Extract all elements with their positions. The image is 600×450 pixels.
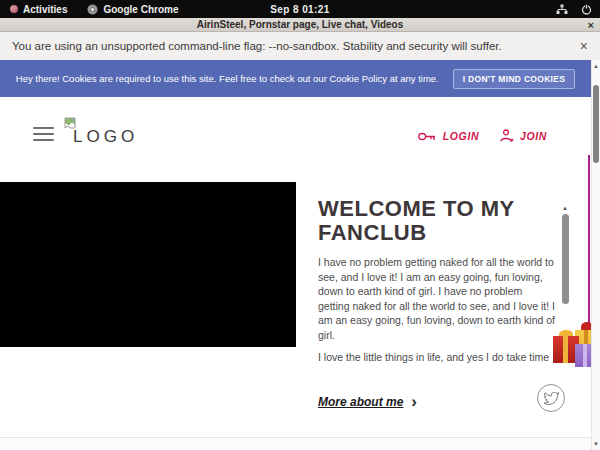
- sandbox-warning-infobar: You are using an unsupported command-lin…: [0, 32, 600, 60]
- text-scrollbar-thumb[interactable]: [562, 214, 569, 304]
- about-scroll-area[interactable]: WELCOME TO MY FANCLUB I have no problem …: [318, 197, 558, 367]
- text-scroll-up-icon[interactable]: ▲: [560, 205, 570, 211]
- page-scroll-up-icon[interactable]: ▲: [592, 62, 600, 70]
- site-logo[interactable]: LOGO: [64, 117, 138, 147]
- about-section: WELCOME TO MY FANCLUB I have no problem …: [318, 197, 558, 410]
- cookie-consent-bar: Hey there! Cookies are required to use t…: [0, 60, 591, 97]
- user-add-icon: [499, 129, 514, 143]
- page-scrollbar[interactable]: ▲ ▼: [591, 60, 600, 450]
- key-icon: [418, 131, 437, 142]
- cookie-message: Hey there! Cookies are required to use t…: [16, 73, 439, 84]
- screen: Activities Google Chrome Sep 8 01:21 Air…: [0, 0, 600, 450]
- gift-ribbon-string: [588, 155, 590, 327]
- hamburger-menu-icon[interactable]: [33, 127, 54, 141]
- clock[interactable]: Sep 8 01:21: [0, 0, 600, 18]
- logo-text: LOGO: [73, 127, 138, 147]
- broken-image-icon: [64, 117, 76, 129]
- twitter-button[interactable]: [537, 384, 565, 412]
- webpage: Hey there! Cookies are required to use t…: [0, 60, 591, 450]
- site-header: LOGO LOGIN JOIN: [0, 97, 591, 181]
- twitter-icon: [544, 392, 559, 405]
- login-button[interactable]: LOGIN: [418, 130, 479, 142]
- power-icon[interactable]: [581, 4, 592, 15]
- join-button[interactable]: JOIN: [499, 129, 547, 143]
- cookie-accept-button[interactable]: I DON'T MIND COOKIES: [453, 69, 575, 89]
- about-paragraph-1: I have no problem getting naked for all …: [318, 255, 556, 342]
- welcome-heading: WELCOME TO MY FANCLUB: [318, 197, 558, 245]
- gift-box-purple: [575, 344, 591, 367]
- about-paragraph-2: I love the little things in life, and ye…: [318, 350, 556, 367]
- gnome-top-bar: Activities Google Chrome Sep 8 01:21: [0, 0, 600, 18]
- browser-viewport: Hey there! Cookies are required to use t…: [0, 60, 600, 450]
- page-scrollbar-thumb[interactable]: [593, 85, 599, 163]
- chevron-right-icon[interactable]: ›: [411, 393, 417, 410]
- login-label: LOGIN: [443, 130, 479, 142]
- footer-strip: [0, 438, 591, 450]
- window-title-bar[interactable]: AirinSteel, Pornstar page, Live chat, Vi…: [0, 18, 600, 32]
- infobar-close-icon[interactable]: ×: [580, 39, 588, 53]
- main-content: WELCOME TO MY FANCLUB I have no problem …: [0, 181, 591, 450]
- window-close-icon[interactable]: ×: [588, 18, 594, 31]
- profile-media-image[interactable]: [0, 182, 296, 347]
- infobar-message: You are using an unsupported command-lin…: [12, 40, 502, 52]
- more-about-me-link[interactable]: More about me: [318, 395, 403, 409]
- join-label: JOIN: [520, 130, 547, 142]
- page-scroll-down-icon[interactable]: ▼: [592, 440, 600, 448]
- network-icon[interactable]: [556, 4, 568, 15]
- window-title: AirinSteel, Pornstar page, Live chat, Vi…: [197, 19, 404, 30]
